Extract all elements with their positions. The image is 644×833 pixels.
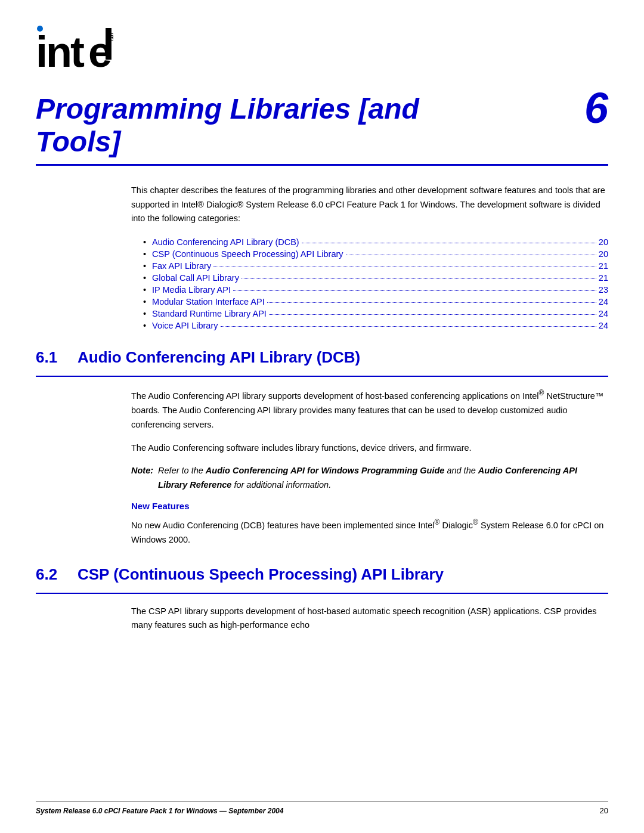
toc-item-5[interactable]: IP Media Library API 23 bbox=[143, 285, 608, 295]
toc-page-5: 23 bbox=[599, 285, 608, 295]
toc-dots-4 bbox=[242, 278, 596, 279]
section-62-content: The CSP API library supports development… bbox=[36, 605, 608, 633]
toc-page-7: 24 bbox=[599, 309, 608, 318]
toc-page-3: 21 bbox=[599, 261, 608, 271]
chapter-number: 6 bbox=[584, 86, 608, 129]
section-61-content: The Audio Conferencing API library suppo… bbox=[36, 388, 608, 547]
toc-item-7[interactable]: Standard Runtime Library API 24 bbox=[143, 309, 608, 318]
toc-dots-1 bbox=[302, 243, 596, 243]
footer-page: 20 bbox=[600, 806, 608, 815]
toc-page-4: 21 bbox=[599, 273, 608, 283]
main-content: This chapter describes the features of t… bbox=[0, 184, 644, 633]
note-label: Note: bbox=[131, 464, 153, 478]
chapter-title: Programming Libraries [and Tools] bbox=[36, 92, 572, 158]
toc-dots-2 bbox=[346, 255, 596, 255]
section-62-para1: The CSP API library supports development… bbox=[131, 605, 608, 633]
toc-page-8: 24 bbox=[599, 321, 608, 330]
intro-paragraph: This chapter describes the features of t… bbox=[131, 184, 608, 225]
toc-dots-3 bbox=[213, 267, 596, 267]
toc-dots-7 bbox=[269, 314, 596, 315]
toc-link-6[interactable]: Modular Station Interface API bbox=[152, 297, 265, 306]
note-block: Note: Refer to the Audio Conferencing AP… bbox=[131, 464, 608, 491]
svg-text:®: ® bbox=[109, 32, 113, 42]
toc-link-7[interactable]: Standard Runtime Library API bbox=[152, 309, 267, 318]
toc-link-4[interactable]: Global Call API Library bbox=[152, 273, 239, 283]
toc-list: Audio Conferencing API Library (DCB) 20 … bbox=[131, 237, 608, 330]
svg-text:l: l bbox=[103, 24, 113, 69]
toc-dots-8 bbox=[221, 326, 596, 327]
section-61-number: 6.1 bbox=[36, 348, 66, 367]
toc-link-8[interactable]: Voice API Library bbox=[152, 321, 218, 330]
logo-area: int e l ® bbox=[0, 0, 644, 86]
section-62-title: CSP (Continuous Speech Processing) API L… bbox=[78, 565, 444, 584]
svg-text:int: int bbox=[36, 28, 85, 72]
section-61-header: 6.1 Audio Conferencing API Library (DCB) bbox=[36, 348, 608, 367]
section-62-number: 6.2 bbox=[36, 565, 66, 584]
toc-dots-6 bbox=[267, 302, 596, 303]
toc-item-4[interactable]: Global Call API Library 21 bbox=[143, 273, 608, 283]
toc-link-5[interactable]: IP Media Library API bbox=[152, 285, 231, 295]
section-62-divider bbox=[36, 593, 608, 594]
section-61-para2: The Audio Conferencing software includes… bbox=[131, 441, 608, 456]
svg-point-3 bbox=[37, 26, 43, 32]
section-62-header: 6.2 CSP (Continuous Speech Processing) A… bbox=[36, 565, 608, 584]
new-features-text: No new Audio Conferencing (DCB) features… bbox=[131, 517, 608, 547]
new-features-label: New Features bbox=[131, 501, 190, 511]
chapter-header: Programming Libraries [and Tools] 6 bbox=[0, 86, 644, 158]
toc-section: Audio Conferencing API Library (DCB) 20 … bbox=[36, 237, 608, 330]
section-61-divider bbox=[36, 376, 608, 377]
intro-section: This chapter describes the features of t… bbox=[36, 184, 608, 225]
toc-page-2: 20 bbox=[599, 249, 608, 259]
section-61-para1: The Audio Conferencing API library suppo… bbox=[131, 388, 608, 432]
toc-link-2[interactable]: CSP (Continuous Speech Processing) API L… bbox=[152, 249, 343, 259]
toc-page-6: 24 bbox=[599, 297, 608, 306]
footer-text: System Release 6.0 cPCI Feature Pack 1 f… bbox=[36, 807, 283, 815]
toc-link-3[interactable]: Fax API Library bbox=[152, 261, 211, 271]
toc-item-2[interactable]: CSP (Continuous Speech Processing) API L… bbox=[143, 249, 608, 259]
new-features-header: New Features bbox=[131, 501, 608, 511]
intel-logo: int e l ® bbox=[36, 24, 113, 75]
toc-item-8[interactable]: Voice API Library 24 bbox=[143, 321, 608, 330]
toc-item-1[interactable]: Audio Conferencing API Library (DCB) 20 bbox=[143, 237, 608, 247]
toc-page-1: 20 bbox=[599, 237, 608, 247]
chapter-divider bbox=[36, 164, 608, 166]
section-61-title: Audio Conferencing API Library (DCB) bbox=[78, 348, 360, 367]
page: int e l ® Programming Libraries [and Too… bbox=[0, 0, 644, 833]
note-text: Refer to the Audio Conferencing API for … bbox=[158, 464, 608, 491]
toc-item-6[interactable]: Modular Station Interface API 24 bbox=[143, 297, 608, 306]
toc-item-3[interactable]: Fax API Library 21 bbox=[143, 261, 608, 271]
intel-logo-svg: int e l ® bbox=[36, 24, 113, 72]
toc-dots-5 bbox=[233, 290, 596, 291]
footer: System Release 6.0 cPCI Feature Pack 1 f… bbox=[36, 801, 608, 815]
toc-link-1[interactable]: Audio Conferencing API Library (DCB) bbox=[152, 237, 299, 247]
